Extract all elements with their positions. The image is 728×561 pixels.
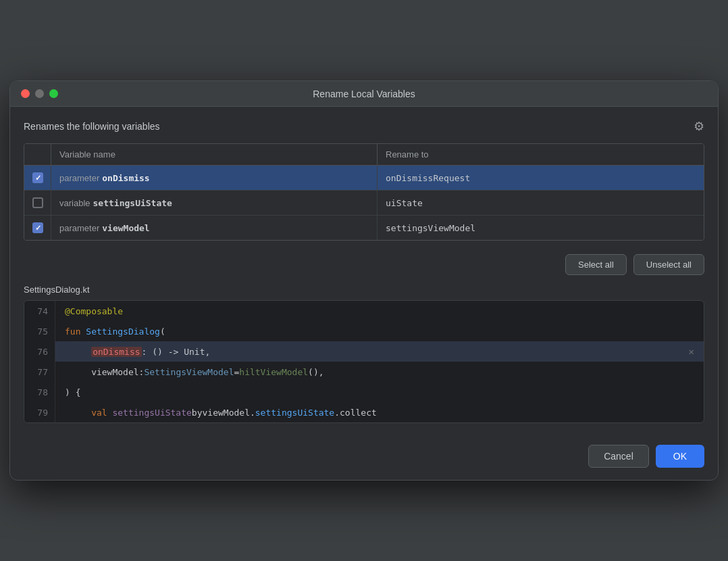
table-header: Variable name Rename to bbox=[24, 144, 704, 166]
rename-dialog: Rename Local Variables Renames the follo… bbox=[9, 80, 719, 481]
table-row: variable settingsUiState uiState bbox=[24, 191, 704, 216]
line-number-75: 75 bbox=[24, 321, 55, 341]
row1-checkbox[interactable]: ✓ bbox=[32, 172, 43, 183]
paren-77: (), bbox=[308, 367, 323, 377]
gear-icon[interactable]: ⚙ bbox=[694, 119, 704, 134]
param-ondismiss: onDismiss bbox=[91, 347, 141, 357]
title-bar: Rename Local Variables bbox=[10, 81, 718, 107]
indent-79 bbox=[65, 408, 91, 418]
select-all-button[interactable]: Select all bbox=[565, 254, 627, 275]
annotation-composable: @Composable bbox=[65, 306, 123, 316]
code-line-78: 78 ) { bbox=[24, 382, 704, 402]
viewmodel-param: viewModel: bbox=[91, 367, 144, 377]
line-number-76: 76 bbox=[24, 341, 55, 362]
variables-table: Variable name Rename to ✓ parameter onDi… bbox=[24, 143, 704, 241]
hilt-viewmodel: hiltViewModel bbox=[239, 367, 308, 377]
line-number-79: 79 bbox=[24, 402, 55, 422]
row2-rename-to: uiState bbox=[378, 191, 704, 215]
code-content-79: val settingsUiState by viewModel. settin… bbox=[55, 402, 704, 422]
colon-76: : () -> Unit, bbox=[142, 347, 211, 357]
check-icon: ✓ bbox=[35, 174, 41, 182]
row3-variable-name: parameter viewModel bbox=[51, 216, 378, 240]
code-content-78: ) { bbox=[55, 382, 704, 402]
keyword-fun: fun bbox=[65, 326, 86, 337]
row1-checkbox-cell[interactable]: ✓ bbox=[24, 166, 51, 190]
row1-rename-value: onDismissRequest bbox=[386, 173, 470, 183]
code-line-75: 75 fun SettingsDialog ( bbox=[24, 321, 704, 341]
paren-open: ( bbox=[160, 326, 165, 337]
eq-77: = bbox=[234, 367, 239, 377]
row1-rename-to: onDismissRequest bbox=[378, 166, 704, 190]
method-settingsuistate: settingsUiState bbox=[255, 408, 334, 418]
subtitle-text: Renames the following variables bbox=[24, 121, 160, 132]
code-content-76: onDismiss : () -> Unit, ✕ bbox=[55, 341, 704, 362]
row2-checkbox[interactable] bbox=[32, 197, 43, 208]
line-number-74: 74 bbox=[24, 301, 55, 321]
close-button[interactable] bbox=[21, 89, 30, 98]
check-icon: ✓ bbox=[35, 224, 41, 233]
code-line-76: 76 onDismiss : () -> Unit, ✕ bbox=[24, 341, 704, 362]
collect-79: .collect bbox=[334, 408, 377, 418]
row3-checkbox[interactable]: ✓ bbox=[32, 222, 43, 233]
window-title: Rename Local Variables bbox=[313, 89, 415, 99]
header-rename-to: Rename to bbox=[378, 144, 704, 165]
function-name: SettingsDialog bbox=[86, 326, 160, 337]
line-number-78: 78 bbox=[24, 382, 55, 402]
viewmodel-ref-79: viewModel. bbox=[203, 408, 255, 418]
selection-button-row: Select all Unselect all bbox=[24, 250, 704, 285]
row2-variable-name: variable settingsUiState bbox=[51, 191, 378, 215]
row3-var-name: viewModel bbox=[102, 223, 149, 233]
row2-var-name: settingsUiState bbox=[93, 198, 172, 208]
row2-var-type: variable bbox=[59, 198, 90, 208]
close-icon[interactable]: ✕ bbox=[689, 346, 694, 357]
line-number-77: 77 bbox=[24, 362, 55, 382]
code-content-74: @Composable bbox=[55, 301, 704, 321]
code-line-74: 74 @Composable bbox=[24, 301, 704, 321]
code-content-75: fun SettingsDialog ( bbox=[55, 321, 704, 341]
row1-variable-name: parameter onDismiss bbox=[51, 166, 378, 190]
type-settingsviewmodel: SettingsViewModel bbox=[144, 367, 234, 377]
code-container: 74 @Composable 75 fun SettingsDialog ( 7… bbox=[24, 300, 704, 423]
code-line-77: 77 viewModel: SettingsViewModel = hiltVi… bbox=[24, 362, 704, 382]
indent-76 bbox=[65, 347, 91, 357]
keyword-val: val bbox=[91, 408, 112, 418]
code-line-79: 79 val settingsUiState by viewModel. set… bbox=[24, 402, 704, 422]
row2-checkbox-cell[interactable] bbox=[24, 191, 51, 215]
minimize-button[interactable] bbox=[35, 89, 44, 98]
dialog-content: Renames the following variables ⚙ Variab… bbox=[10, 107, 718, 435]
code-content-77: viewModel: SettingsViewModel = hiltViewM… bbox=[55, 362, 704, 382]
cancel-button[interactable]: Cancel bbox=[588, 445, 649, 468]
header-checkbox-col bbox=[24, 144, 51, 165]
closing-paren-78: ) { bbox=[65, 387, 80, 397]
subtitle-row: Renames the following variables ⚙ bbox=[24, 119, 704, 134]
row1-var-name: onDismiss bbox=[102, 173, 149, 183]
code-filename: SettingsDialog.kt bbox=[24, 285, 704, 295]
row3-rename-to: settingsViewModel bbox=[378, 216, 704, 240]
by-79: by bbox=[192, 408, 203, 418]
ok-button[interactable]: OK bbox=[656, 445, 704, 468]
table-row: ✓ parameter onDismiss onDismissRequest bbox=[24, 166, 704, 191]
row3-checkbox-cell[interactable]: ✓ bbox=[24, 216, 51, 240]
header-variable-name: Variable name bbox=[51, 144, 378, 165]
var-settingsuistate: settingsUiState bbox=[112, 408, 191, 418]
unselect-all-button[interactable]: Unselect all bbox=[633, 254, 704, 275]
dialog-footer: Cancel OK bbox=[10, 435, 718, 480]
row3-var-type: parameter bbox=[59, 223, 99, 233]
row2-rename-value: uiState bbox=[386, 198, 423, 208]
maximize-button[interactable] bbox=[49, 89, 58, 98]
indent-77 bbox=[65, 367, 91, 377]
row3-rename-value: settingsViewModel bbox=[386, 223, 475, 233]
table-row: ✓ parameter viewModel settingsViewModel bbox=[24, 216, 704, 240]
traffic-lights bbox=[21, 89, 58, 98]
row1-var-type: parameter bbox=[59, 173, 99, 183]
